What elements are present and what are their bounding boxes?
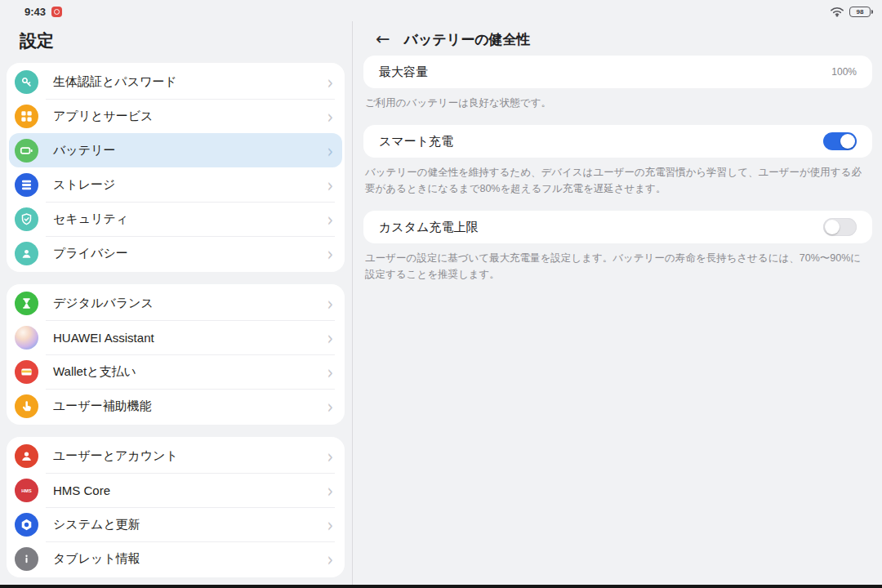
sidebar-item-label: ユーザー補助機能 [53,399,152,414]
chevron-right-icon: › [327,140,333,160]
chevron-right-icon: › [327,396,333,416]
battery-status-icon: 98 [849,7,871,17]
page-title: 設定 [0,21,351,63]
chevron-right-icon: › [327,362,333,381]
hourglass-icon [15,292,38,315]
toggle-switch[interactable] [823,218,857,236]
setting-caption: バッテリーの健全性を維持するため、デバイスはユーザーの充電習慣から学習して、ユー… [365,164,871,197]
setting-value: 100% [831,66,857,78]
chevron-right-icon: › [327,514,333,534]
chevron-right-icon: › [327,209,333,229]
screen-record-icon [51,7,62,17]
chevron-right-icon: › [327,175,333,194]
chevron-right-icon: › [327,446,333,466]
sidebar-item[interactable]: ユーザー補助機能› [7,389,345,423]
sidebar-item[interactable]: システムと更新› [7,507,345,541]
battery-icon [15,139,38,163]
setting-caption: ご利用のバッテリーは良好な状態です。 [365,95,871,111]
sidebar-item[interactable]: タブレット情報› [7,541,345,576]
status-bar: 9:43 98 [0,0,882,21]
key-icon [15,70,38,94]
clock-time: 9:43 [24,6,46,18]
detail-sections: 最大容量100%ご利用のバッテリーは良好な状態です。スマート充電バッテリーの健全… [353,56,882,283]
battery-health-panel: ← バッテリーの健全性 最大容量100%ご利用のバッテリーは良好な状態です。スマ… [352,21,882,585]
sidebar-group: デジタルバランス›HUAWEI Assistant›Walletと支払い›ユーザ… [7,284,345,425]
sidebar-group: 生体認証とパスワード›アプリとサービス›バッテリー›ストレージ›セキュリティ›プ… [7,63,345,272]
sidebar-item-label: ストレージ [53,177,115,193]
wifi-icon [830,6,844,17]
shield-check-icon [15,207,38,231]
sidebar-item-label: 生体認証とパスワード [53,74,177,90]
toggle-knob [825,220,840,234]
toggle-switch[interactable] [823,132,857,150]
sidebar-item-label: アプリとサービス [53,109,153,124]
svg-text:HMS: HMS [21,488,32,492]
chevron-right-icon: › [327,480,333,500]
sidebar-item-label: システムと更新 [53,517,140,532]
sidebar-item[interactable]: HUAWEI Assistant› [7,320,345,354]
sidebar-item-label: タブレット情報 [53,551,140,567]
back-arrow-icon[interactable]: ← [376,29,390,49]
sidebar-group: ユーザーとアカウント›HMSHMS Core›システムと更新›タブレット情報› [7,437,345,577]
info-icon [15,547,38,571]
setting-label: スマート充電 [379,134,453,149]
setting-caption: ユーザーの設定に基づいて最大充電量を設定します。バッテリーの寿命を長持ちさせるに… [365,250,871,283]
sidebar-groups: 生体認証とパスワード›アプリとサービス›バッテリー›ストレージ›セキュリティ›プ… [0,63,351,577]
storage-icon [15,173,38,197]
accessibility-hand-icon [15,394,38,418]
hms-core-icon: HMS [15,479,38,502]
sidebar-item-label: HUAWEI Assistant [53,331,154,345]
sidebar-item-label: Walletと支払い [53,364,136,380]
screen-bottom-edge [0,585,882,588]
sidebar-item[interactable]: デジタルバランス› [7,286,345,320]
battery-percent: 98 [857,8,864,16]
settings-sidebar: 設定 生体認証とパスワード›アプリとサービス›バッテリー›ストレージ›セキュリテ… [0,21,351,585]
privacy-user-icon [15,242,38,265]
sidebar-item[interactable]: アプリとサービス› [7,99,345,133]
sidebar-item[interactable]: プライバシー› [7,236,345,270]
apps-grid-icon [15,105,38,128]
sidebar-item[interactable]: セキュリティ› [7,202,345,236]
sidebar-item-label: プライバシー [53,246,128,261]
detail-header: ← バッテリーの健全性 [353,21,882,56]
gear-icon [15,513,38,537]
sidebar-item-label: セキュリティ [53,212,128,227]
sidebar-item[interactable]: HMSHMS Core› [7,473,345,507]
sidebar-item-label: バッテリー [53,143,115,158]
sidebar-item[interactable]: ストレージ› [7,167,345,202]
setting-card: カスタム充電上限 [363,211,872,243]
sidebar-item[interactable]: ユーザーとアカウント› [7,439,345,473]
sidebar-item[interactable]: バッテリー› [9,133,342,167]
setting-label: 最大容量 [379,65,428,80]
detail-title: バッテリーの健全性 [404,30,531,49]
setting-label: カスタム充電上限 [379,220,478,235]
sidebar-item-label: デジタルバランス [53,296,154,311]
toggle-knob [840,134,855,149]
setting-card: 最大容量100% [363,56,872,88]
chevron-right-icon: › [327,293,333,313]
sidebar-item-label: HMS Core [53,483,110,497]
chevron-right-icon: › [327,243,333,263]
chevron-right-icon: › [327,72,333,91]
sidebar-item-label: ユーザーとアカウント [53,448,178,464]
chevron-right-icon: › [327,327,333,347]
user-icon [15,444,38,468]
chevron-right-icon: › [327,106,333,126]
sidebar-item[interactable]: Walletと支払い› [7,354,345,389]
wallet-card-icon [15,360,38,384]
chevron-right-icon: › [327,549,333,568]
sidebar-item[interactable]: 生体認証とパスワード› [7,65,345,99]
setting-card: スマート充電 [363,125,872,158]
assistant-sphere-icon [15,326,38,350]
